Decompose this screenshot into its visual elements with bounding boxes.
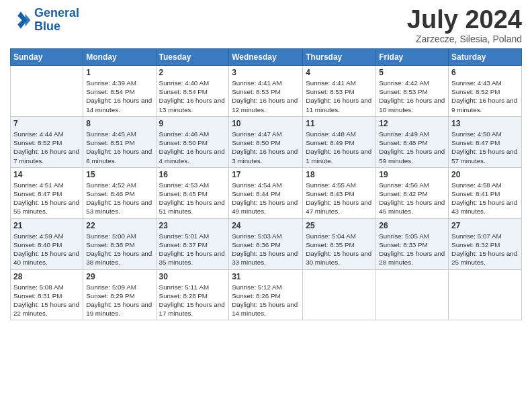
day-number: 21 bbox=[13, 221, 80, 230]
day-number: 27 bbox=[451, 221, 519, 230]
day-info: Sunrise: 4:39 AM Sunset: 8:54 PM Dayligh… bbox=[86, 79, 152, 114]
week-row-2: 7Sunrise: 4:44 AM Sunset: 8:52 PM Daylig… bbox=[11, 116, 522, 167]
cell-week5-day5 bbox=[376, 269, 449, 320]
day-info: Sunrise: 5:00 AM Sunset: 8:38 PM Dayligh… bbox=[86, 232, 152, 267]
cell-week3-day4: 18Sunrise: 4:55 AM Sunset: 8:43 PM Dayli… bbox=[303, 167, 376, 218]
cell-week1-day1: 1Sunrise: 4:39 AM Sunset: 8:54 PM Daylig… bbox=[83, 66, 156, 117]
title-block: July 2024 Zarzecze, Silesia, Poland bbox=[407, 7, 522, 44]
cell-week2-day2: 9Sunrise: 4:46 AM Sunset: 8:50 PM Daylig… bbox=[156, 116, 229, 167]
day-number: 14 bbox=[13, 170, 80, 179]
day-number: 6 bbox=[451, 68, 519, 77]
cell-week2-day4: 11Sunrise: 4:48 AM Sunset: 8:49 PM Dayli… bbox=[303, 116, 376, 167]
week-row-3: 14Sunrise: 4:51 AM Sunset: 8:47 PM Dayli… bbox=[11, 167, 522, 218]
logo-line1: General bbox=[34, 6, 79, 19]
col-monday: Monday bbox=[83, 49, 156, 66]
calendar-header: Sunday Monday Tuesday Wednesday Thursday… bbox=[11, 49, 522, 66]
cell-week5-day2: 30Sunrise: 5:11 AM Sunset: 8:28 PM Dayli… bbox=[156, 269, 229, 320]
day-number: 13 bbox=[451, 119, 519, 128]
day-number: 7 bbox=[13, 119, 80, 128]
day-info: Sunrise: 4:45 AM Sunset: 8:51 PM Dayligh… bbox=[86, 130, 152, 165]
col-friday: Friday bbox=[376, 49, 449, 66]
day-info: Sunrise: 5:01 AM Sunset: 8:37 PM Dayligh… bbox=[159, 232, 226, 267]
day-number: 2 bbox=[159, 68, 226, 77]
page: General Blue July 2024 Zarzecze, Silesia… bbox=[0, 0, 532, 411]
cell-week4-day4: 25Sunrise: 5:04 AM Sunset: 8:35 PM Dayli… bbox=[303, 218, 376, 269]
day-info: Sunrise: 4:40 AM Sunset: 8:54 PM Dayligh… bbox=[159, 79, 226, 114]
day-info: Sunrise: 4:44 AM Sunset: 8:52 PM Dayligh… bbox=[13, 130, 80, 165]
logo-icon bbox=[10, 9, 32, 31]
logo-text: General Blue bbox=[34, 7, 79, 34]
day-info: Sunrise: 4:42 AM Sunset: 8:53 PM Dayligh… bbox=[379, 79, 445, 114]
day-info: Sunrise: 5:04 AM Sunset: 8:35 PM Dayligh… bbox=[306, 232, 373, 267]
week-row-5: 28Sunrise: 5:08 AM Sunset: 8:31 PM Dayli… bbox=[11, 269, 522, 320]
day-number: 12 bbox=[379, 119, 445, 128]
day-info: Sunrise: 4:41 AM Sunset: 8:53 PM Dayligh… bbox=[306, 79, 373, 114]
cell-week3-day6: 20Sunrise: 4:58 AM Sunset: 8:41 PM Dayli… bbox=[449, 167, 522, 218]
cell-week3-day0: 14Sunrise: 4:51 AM Sunset: 8:47 PM Dayli… bbox=[11, 167, 83, 218]
calendar-body: 1Sunrise: 4:39 AM Sunset: 8:54 PM Daylig… bbox=[11, 66, 522, 320]
cell-week2-day6: 13Sunrise: 4:50 AM Sunset: 8:47 PM Dayli… bbox=[449, 116, 522, 167]
day-info: Sunrise: 4:58 AM Sunset: 8:41 PM Dayligh… bbox=[451, 181, 519, 216]
main-title: July 2024 bbox=[407, 7, 522, 32]
day-number: 19 bbox=[379, 170, 445, 179]
day-number: 25 bbox=[306, 221, 373, 230]
day-number: 31 bbox=[232, 272, 300, 281]
cell-week5-day3: 31Sunrise: 5:12 AM Sunset: 8:26 PM Dayli… bbox=[229, 269, 303, 320]
day-info: Sunrise: 5:08 AM Sunset: 8:31 PM Dayligh… bbox=[13, 283, 80, 318]
day-info: Sunrise: 4:49 AM Sunset: 8:48 PM Dayligh… bbox=[379, 130, 445, 165]
logo-line2: Blue bbox=[34, 19, 60, 33]
calendar: Sunday Monday Tuesday Wednesday Thursday… bbox=[10, 48, 522, 320]
cell-week5-day0: 28Sunrise: 5:08 AM Sunset: 8:31 PM Dayli… bbox=[11, 269, 83, 320]
day-number: 29 bbox=[86, 272, 152, 281]
cell-week1-day3: 3Sunrise: 4:41 AM Sunset: 8:53 PM Daylig… bbox=[229, 66, 303, 117]
day-info: Sunrise: 4:46 AM Sunset: 8:50 PM Dayligh… bbox=[159, 130, 226, 165]
cell-week1-day2: 2Sunrise: 4:40 AM Sunset: 8:54 PM Daylig… bbox=[156, 66, 229, 117]
day-info: Sunrise: 4:51 AM Sunset: 8:47 PM Dayligh… bbox=[13, 181, 80, 216]
col-thursday: Thursday bbox=[303, 49, 376, 66]
col-tuesday: Tuesday bbox=[156, 49, 229, 66]
day-info: Sunrise: 4:53 AM Sunset: 8:45 PM Dayligh… bbox=[159, 181, 226, 216]
day-number: 24 bbox=[232, 221, 300, 230]
day-info: Sunrise: 4:50 AM Sunset: 8:47 PM Dayligh… bbox=[451, 130, 519, 165]
day-number: 18 bbox=[306, 170, 373, 179]
cell-week2-day3: 10Sunrise: 4:47 AM Sunset: 8:50 PM Dayli… bbox=[229, 116, 303, 167]
day-number: 26 bbox=[379, 221, 445, 230]
day-number: 16 bbox=[159, 170, 226, 179]
cell-week1-day6: 6Sunrise: 4:43 AM Sunset: 8:52 PM Daylig… bbox=[449, 66, 522, 117]
day-number: 22 bbox=[86, 221, 152, 230]
col-wednesday: Wednesday bbox=[229, 49, 303, 66]
week-row-1: 1Sunrise: 4:39 AM Sunset: 8:54 PM Daylig… bbox=[11, 66, 522, 117]
cell-week4-day0: 21Sunrise: 4:59 AM Sunset: 8:40 PM Dayli… bbox=[11, 218, 83, 269]
svg-marker-1 bbox=[17, 11, 27, 29]
cell-week3-day5: 19Sunrise: 4:56 AM Sunset: 8:42 PM Dayli… bbox=[376, 167, 449, 218]
cell-week3-day1: 15Sunrise: 4:52 AM Sunset: 8:46 PM Dayli… bbox=[83, 167, 156, 218]
day-info: Sunrise: 4:48 AM Sunset: 8:49 PM Dayligh… bbox=[306, 130, 373, 165]
day-info: Sunrise: 4:55 AM Sunset: 8:43 PM Dayligh… bbox=[306, 181, 373, 216]
cell-week3-day2: 16Sunrise: 4:53 AM Sunset: 8:45 PM Dayli… bbox=[156, 167, 229, 218]
day-number: 15 bbox=[86, 170, 152, 179]
day-info: Sunrise: 4:43 AM Sunset: 8:52 PM Dayligh… bbox=[451, 79, 519, 114]
week-row-4: 21Sunrise: 4:59 AM Sunset: 8:40 PM Dayli… bbox=[11, 218, 522, 269]
day-info: Sunrise: 5:03 AM Sunset: 8:36 PM Dayligh… bbox=[232, 232, 300, 267]
header-row: Sunday Monday Tuesday Wednesday Thursday… bbox=[11, 49, 522, 66]
day-number: 4 bbox=[306, 68, 373, 77]
day-info: Sunrise: 5:12 AM Sunset: 8:26 PM Dayligh… bbox=[232, 283, 300, 318]
day-info: Sunrise: 4:59 AM Sunset: 8:40 PM Dayligh… bbox=[13, 232, 80, 267]
cell-week4-day6: 27Sunrise: 5:07 AM Sunset: 8:32 PM Dayli… bbox=[449, 218, 522, 269]
day-info: Sunrise: 5:11 AM Sunset: 8:28 PM Dayligh… bbox=[159, 283, 226, 318]
cell-week5-day6 bbox=[449, 269, 522, 320]
day-number: 9 bbox=[159, 119, 226, 128]
cell-week2-day5: 12Sunrise: 4:49 AM Sunset: 8:48 PM Dayli… bbox=[376, 116, 449, 167]
cell-week2-day1: 8Sunrise: 4:45 AM Sunset: 8:51 PM Daylig… bbox=[83, 116, 156, 167]
day-info: Sunrise: 5:07 AM Sunset: 8:32 PM Dayligh… bbox=[451, 232, 519, 267]
day-number: 30 bbox=[159, 272, 226, 281]
day-info: Sunrise: 5:09 AM Sunset: 8:29 PM Dayligh… bbox=[86, 283, 152, 318]
cell-week5-day4 bbox=[303, 269, 376, 320]
subtitle: Zarzecze, Silesia, Poland bbox=[407, 34, 522, 44]
day-info: Sunrise: 4:56 AM Sunset: 8:42 PM Dayligh… bbox=[379, 181, 445, 216]
header: General Blue July 2024 Zarzecze, Silesia… bbox=[10, 7, 522, 44]
col-saturday: Saturday bbox=[449, 49, 522, 66]
day-number: 8 bbox=[86, 119, 152, 128]
col-sunday: Sunday bbox=[11, 49, 83, 66]
day-info: Sunrise: 4:41 AM Sunset: 8:53 PM Dayligh… bbox=[232, 79, 300, 114]
